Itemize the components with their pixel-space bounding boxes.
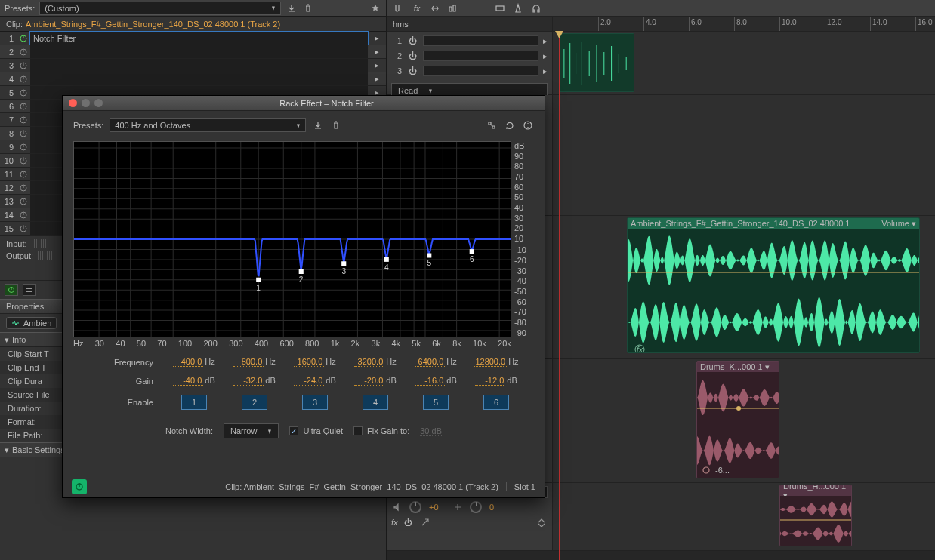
track-lane[interactable]: Ambient_Strings_F#_Gettin_Stronger_140_D… bbox=[553, 216, 935, 358]
pan-knob[interactable] bbox=[470, 501, 482, 513]
chevron-right-icon[interactable]: ▸ bbox=[368, 60, 386, 70]
fx-slot[interactable] bbox=[423, 51, 538, 61]
ultra-quiet-checkbox[interactable]: Ultra Quiet bbox=[289, 426, 343, 435]
frequency-response-graph[interactable]: 123456 bbox=[73, 141, 511, 337]
fix-gain-value[interactable]: 30 dB bbox=[420, 426, 442, 436]
volume-knob[interactable] bbox=[409, 501, 421, 513]
power-icon[interactable]: ⏻ bbox=[406, 35, 418, 47]
clip-volume-label[interactable]: Volume ▾ bbox=[881, 219, 916, 229]
send-icon[interactable] bbox=[419, 516, 431, 528]
link-icon[interactable] bbox=[429, 2, 441, 14]
save-preset-icon[interactable] bbox=[285, 2, 298, 14]
chevron-right-icon[interactable]: ▸ bbox=[368, 33, 386, 43]
freq-value[interactable]: 3200.0 bbox=[354, 357, 384, 367]
pan-value[interactable]: 0 bbox=[488, 503, 501, 512]
dialog-titlebar[interactable]: Rack Effect – Notch Filter bbox=[63, 96, 545, 111]
band-enable-button[interactable]: 3 bbox=[302, 395, 328, 410]
power-icon[interactable] bbox=[17, 170, 30, 179]
band-enable-button[interactable]: 6 bbox=[483, 395, 509, 410]
snap-icon[interactable] bbox=[393, 2, 405, 14]
zoom-icon[interactable] bbox=[94, 99, 103, 107]
band-handle[interactable] bbox=[384, 257, 389, 262]
band-enable-button[interactable]: 5 bbox=[423, 395, 449, 410]
effect-name[interactable]: Notch Filter bbox=[30, 32, 368, 45]
timeline-ruler[interactable]: 2.04.06.08.010.012.014.016.0 bbox=[553, 17, 935, 32]
fx-slot[interactable] bbox=[423, 66, 538, 76]
help-icon[interactable] bbox=[522, 119, 534, 131]
band-handle[interactable] bbox=[427, 254, 431, 258]
effect-name[interactable] bbox=[30, 45, 368, 58]
audio-clip[interactable] bbox=[559, 33, 634, 92]
dialog-preset-dropdown[interactable]: 400 Hz and Octaves▾ bbox=[110, 118, 306, 132]
notch-width-dropdown[interactable]: Narrow▾ bbox=[224, 423, 279, 438]
metronome-icon[interactable] bbox=[512, 2, 524, 14]
preset-dropdown[interactable]: (Custom) ▾ bbox=[39, 2, 281, 15]
fix-gain-checkbox[interactable]: Fix Gain to: bbox=[353, 426, 409, 435]
band-enable-button[interactable]: 1 bbox=[181, 395, 207, 410]
minimize-icon[interactable] bbox=[82, 99, 90, 107]
power-icon[interactable] bbox=[17, 61, 30, 70]
fx-slot[interactable] bbox=[423, 35, 538, 46]
channel-map-icon[interactable] bbox=[486, 119, 498, 131]
band-handle[interactable] bbox=[341, 261, 346, 266]
effect-slot[interactable]: 1 Notch Filter ▸ bbox=[0, 32, 386, 45]
track-lane[interactable]: Drums_H...000 1 ▾ bbox=[553, 483, 935, 550]
power-icon[interactable] bbox=[17, 183, 30, 192]
power-icon[interactable] bbox=[17, 129, 30, 138]
ruler-units-label[interactable]: hms bbox=[387, 17, 553, 32]
freq-value[interactable]: 800.0 bbox=[233, 357, 264, 367]
band-enable-button[interactable]: 4 bbox=[363, 395, 388, 410]
audio-clip-strings[interactable]: Ambient_Strings_F#_Gettin_Stronger_140_D… bbox=[627, 217, 920, 353]
freq-value[interactable]: 400.0 bbox=[173, 357, 203, 367]
track-lane[interactable] bbox=[553, 95, 935, 215]
power-icon[interactable] bbox=[17, 211, 30, 220]
expand-icon[interactable] bbox=[535, 516, 548, 528]
gear-icon[interactable] bbox=[700, 464, 712, 476]
effect-slot[interactable]: 3 ▸ bbox=[0, 59, 386, 72]
effect-slot[interactable]: 4 ▸ bbox=[0, 72, 386, 86]
band-enable-button[interactable]: 2 bbox=[242, 395, 267, 410]
power-icon[interactable]: ⏻ bbox=[403, 516, 415, 528]
favorite-icon[interactable] bbox=[369, 2, 381, 14]
gain-value[interactable]: -32.0 bbox=[233, 376, 264, 386]
freq-value[interactable]: 1600.0 bbox=[294, 357, 324, 367]
effect-slot[interactable]: 2 ▸ bbox=[0, 45, 386, 59]
power-icon[interactable] bbox=[17, 88, 30, 97]
chevron-right-icon[interactable]: ▸ bbox=[368, 74, 386, 84]
power-icon[interactable]: ⏻ bbox=[406, 65, 418, 77]
band-handle[interactable] bbox=[256, 278, 261, 282]
band-handle[interactable] bbox=[470, 249, 474, 254]
playhead[interactable] bbox=[559, 32, 560, 560]
loop-icon[interactable] bbox=[504, 119, 516, 131]
chevron-right-icon[interactable]: ▸ bbox=[543, 66, 548, 76]
power-icon[interactable] bbox=[17, 197, 30, 206]
effect-name[interactable] bbox=[30, 72, 368, 85]
audio-clip-drums-k[interactable]: Drums_K...000 1 ▾ -6... bbox=[696, 361, 779, 478]
save-preset-icon[interactable] bbox=[312, 119, 324, 131]
rack-editor-button[interactable] bbox=[23, 284, 36, 296]
headphones-icon[interactable] bbox=[530, 2, 542, 14]
track-lane[interactable]: Drums_K...000 1 ▾ -6... bbox=[553, 359, 935, 482]
power-icon[interactable] bbox=[17, 224, 30, 233]
track-lane[interactable] bbox=[553, 32, 935, 94]
chevron-right-icon[interactable]: ▸ bbox=[543, 51, 548, 61]
gain-value[interactable]: -16.0 bbox=[415, 376, 445, 386]
rack-power-button[interactable] bbox=[5, 284, 18, 296]
effect-power-button[interactable] bbox=[72, 479, 87, 494]
power-icon[interactable]: ⏻ bbox=[406, 50, 418, 62]
gain-value[interactable]: -24.0 bbox=[294, 376, 324, 386]
chevron-right-icon[interactable]: ▸ bbox=[368, 47, 386, 57]
close-icon[interactable] bbox=[69, 99, 77, 107]
band-handle[interactable] bbox=[299, 269, 304, 274]
gain-value[interactable]: -12.0 bbox=[475, 376, 505, 386]
delete-preset-icon[interactable] bbox=[330, 119, 342, 131]
freq-value[interactable]: 12800.0 bbox=[474, 357, 507, 367]
volume-value[interactable]: +0 bbox=[427, 503, 446, 512]
power-icon[interactable] bbox=[17, 75, 30, 84]
power-icon[interactable] bbox=[17, 156, 30, 165]
power-icon[interactable] bbox=[17, 34, 30, 43]
effect-name[interactable] bbox=[30, 59, 368, 72]
zoom-icon[interactable] bbox=[494, 2, 506, 14]
power-icon[interactable] bbox=[17, 48, 30, 57]
freq-value[interactable]: 6400.0 bbox=[415, 357, 445, 367]
